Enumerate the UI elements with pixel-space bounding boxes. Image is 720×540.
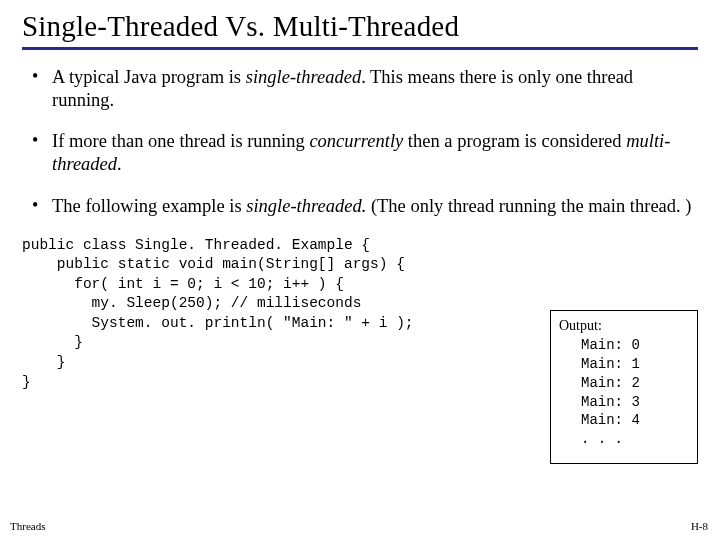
bullet-text-pre: The following example is xyxy=(52,196,246,216)
output-line: . . . xyxy=(559,430,689,449)
bullet-text-em: concurrently xyxy=(309,131,403,151)
bullet-text-pre: A typical Java program is xyxy=(52,67,246,87)
bullet-item: The following example is single-threaded… xyxy=(28,195,698,218)
slide: Single-Threaded Vs. Multi-Threaded A typ… xyxy=(0,0,720,540)
bullet-item: A typical Java program is single-threade… xyxy=(28,66,698,112)
bullet-text-mid: then a program is considered xyxy=(403,131,626,151)
output-line: Main: 4 xyxy=(559,411,689,430)
output-line: Main: 2 xyxy=(559,374,689,393)
footer-left: Threads xyxy=(10,520,45,532)
slide-title: Single-Threaded Vs. Multi-Threaded xyxy=(22,10,698,50)
output-line: Main: 1 xyxy=(559,355,689,374)
output-line: Main: 0 xyxy=(559,336,689,355)
output-line: Main: 3 xyxy=(559,393,689,412)
bullet-item: If more than one thread is running concu… xyxy=(28,130,698,176)
bullet-text-em: single-threaded xyxy=(246,67,361,87)
bullet-text-post: . xyxy=(117,154,122,174)
bullet-text-pre: If more than one thread is running xyxy=(52,131,309,151)
bullet-list: A typical Java program is single-threade… xyxy=(28,66,698,218)
footer-right: H-8 xyxy=(691,520,708,532)
output-label: Output: xyxy=(559,317,689,336)
output-box: Output: Main: 0 Main: 1 Main: 2 Main: 3 … xyxy=(550,310,698,464)
bullet-text-em: single-threaded. xyxy=(246,196,366,216)
bullet-text-post: (The only thread running the main thread… xyxy=(366,196,691,216)
